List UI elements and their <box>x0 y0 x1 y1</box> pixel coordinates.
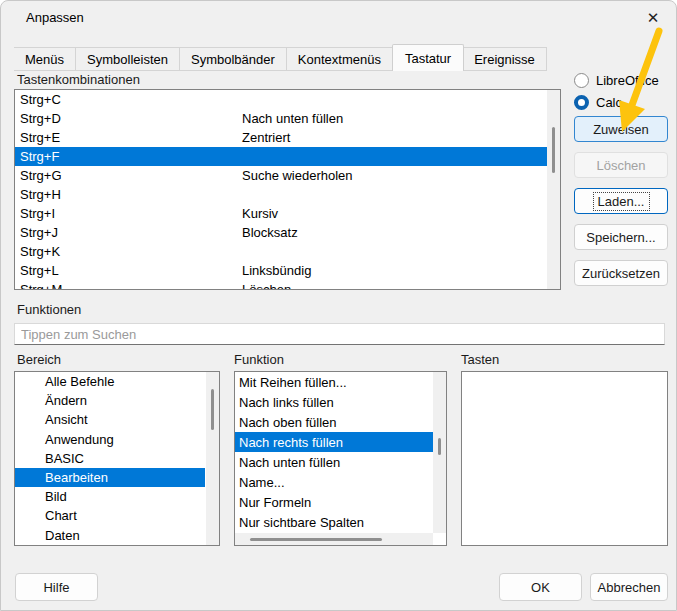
scope-radio[interactable]: Calc <box>574 94 659 110</box>
shortcut-key: Strg+I <box>15 206 242 221</box>
shortcut-key: Strg+F <box>15 149 242 164</box>
category-item[interactable]: Daten <box>15 526 205 545</box>
function-item[interactable]: Nach rechts füllen <box>235 432 433 452</box>
shortcut-row[interactable]: Strg+E Zentriert <box>15 128 547 147</box>
tab-label: Ereignisse <box>474 52 535 67</box>
category-list-scrollbar[interactable] <box>206 372 219 545</box>
help-button[interactable]: Hilfe <box>15 573 98 601</box>
tab-label: Symbolleisten <box>87 52 168 67</box>
category-list[interactable]: Alle Befehle Ändern Ansicht Anwendung BA… <box>14 371 220 546</box>
titlebar: Anpassen ✕ <box>1 1 676 39</box>
assign-button[interactable]: Zuweisen <box>574 116 668 142</box>
shortcut-key: Strg+M <box>15 282 242 290</box>
shortcut-key: Strg+C <box>15 92 242 107</box>
keys-list[interactable] <box>461 371 668 546</box>
shortcut-key: Strg+J <box>15 225 242 240</box>
shortcut-key: Strg+G <box>15 168 242 183</box>
shortcut-command: Zentriert <box>242 130 547 145</box>
scope-radio[interactable]: LibreOffice <box>574 72 659 88</box>
function-item[interactable]: Nur Formeln <box>235 493 433 513</box>
radio-icon <box>574 73 589 88</box>
customize-dialog: Anpassen ✕ Menüs Symbolleisten Symbolbän… <box>0 0 677 611</box>
shortcut-row[interactable]: Strg+D Nach unten füllen <box>15 109 547 128</box>
shortcut-row[interactable]: Strg+I Kursiv <box>15 204 547 223</box>
search-input[interactable] <box>14 323 665 345</box>
shortcut-key: Strg+D <box>15 111 242 126</box>
category-item[interactable]: Bearbeiten <box>15 468 205 487</box>
radio-label: LibreOffice <box>596 73 659 88</box>
function-item[interactable]: Nach oben füllen <box>235 412 433 432</box>
tab-label: Menüs <box>25 52 64 67</box>
shortcut-row[interactable]: Strg+J Blocksatz <box>15 223 547 242</box>
functions-label: Funktionen <box>17 302 81 317</box>
category-item[interactable]: Alle Befehle <box>15 372 205 391</box>
shortcut-list-scrollbar[interactable] <box>547 90 560 289</box>
category-item[interactable]: Chart <box>15 506 205 525</box>
function-list-vscrollbar[interactable] <box>433 372 446 533</box>
tab[interactable]: Kontextmenüs <box>287 47 393 71</box>
function-list-hscrollbar[interactable] <box>235 533 433 545</box>
shortcut-command: Blocksatz <box>242 225 547 240</box>
radio-icon <box>574 95 589 110</box>
ok-button[interactable]: OK <box>499 573 582 601</box>
scrollbar-thumb[interactable] <box>438 438 441 455</box>
scrollbar-thumb[interactable] <box>552 127 555 173</box>
scrollbar-thumb[interactable] <box>211 389 214 430</box>
function-item[interactable]: Nach unten füllen <box>235 452 433 472</box>
function-item[interactable]: Nur sichtbare Spalten <box>235 513 433 533</box>
category-item[interactable]: Ansicht <box>15 410 205 429</box>
tab[interactable]: Symbolleisten <box>76 47 180 71</box>
category-item[interactable]: BASIC <box>15 449 205 468</box>
scope-radio-group: LibreOffice Calc <box>574 72 659 116</box>
tab[interactable]: Menüs <box>14 47 76 71</box>
scrollbar-thumb[interactable] <box>250 538 382 541</box>
tab-label: Kontextmenüs <box>298 52 381 67</box>
shortcut-row[interactable]: Strg+L Linksbündig <box>15 261 547 280</box>
tab[interactable]: Ereignisse <box>463 47 547 71</box>
radio-label: Calc <box>596 95 622 110</box>
tab-label: Symbolbänder <box>191 52 275 67</box>
shortcut-command: Nach unten füllen <box>242 111 547 126</box>
shortcut-row[interactable]: Strg+G Suche wiederholen <box>15 166 547 185</box>
shortcut-command: Löschen <box>242 282 547 290</box>
shortcut-row[interactable]: Strg+F <box>15 147 547 166</box>
tab[interactable]: Symbolbänder <box>180 47 287 71</box>
shortcut-row[interactable]: Strg+H <box>15 185 547 204</box>
load-button[interactable]: Laden... <box>574 188 668 214</box>
shortcut-row[interactable]: Strg+M Löschen <box>15 280 547 290</box>
cancel-button[interactable]: Abbrechen <box>590 573 668 601</box>
function-item[interactable]: Name... <box>235 472 433 492</box>
close-icon[interactable]: ✕ <box>640 6 666 30</box>
shortcut-row[interactable]: Strg+C <box>15 90 547 109</box>
shortcut-key: Strg+L <box>15 263 242 278</box>
reset-button[interactable]: Zurücksetzen <box>574 260 668 286</box>
shortcut-list[interactable]: Strg+C Strg+D Nach unten füllen Strg+E Z… <box>14 89 561 290</box>
function-column-label: Funktion <box>234 352 284 367</box>
function-list[interactable]: Mit Reihen füllen... Nach links füllen N… <box>234 371 447 546</box>
shortcut-key: Strg+H <box>15 187 242 202</box>
category-item[interactable]: Anwendung <box>15 430 205 449</box>
dialog-title: Anpassen <box>26 10 84 25</box>
delete-button: Löschen <box>574 152 668 178</box>
shortcut-key: Strg+E <box>15 130 242 145</box>
save-button[interactable]: Speichern... <box>574 224 668 250</box>
shortcut-command: Linksbündig <box>242 263 547 278</box>
category-item[interactable]: Ändern <box>15 391 205 410</box>
shortcut-command: Kursiv <box>242 206 547 221</box>
category-item[interactable]: Bild <box>15 487 205 506</box>
shortcut-key: Strg+K <box>15 244 242 259</box>
shortcuts-label: Tastenkombinationen <box>17 72 140 87</box>
tab[interactable]: Tastatur <box>392 44 464 71</box>
shortcut-row[interactable]: Strg+K <box>15 242 547 261</box>
tab-label: Tastatur <box>405 51 451 66</box>
category-column-label: Bereich <box>17 352 61 367</box>
tab-strip: Menüs Symbolleisten Symbolbänder Kontext… <box>14 44 547 71</box>
function-item[interactable]: Nach links füllen <box>235 392 433 412</box>
keys-column-label: Tasten <box>461 352 499 367</box>
function-item[interactable]: Mit Reihen füllen... <box>235 372 433 392</box>
shortcut-command: Suche wiederholen <box>242 168 547 183</box>
